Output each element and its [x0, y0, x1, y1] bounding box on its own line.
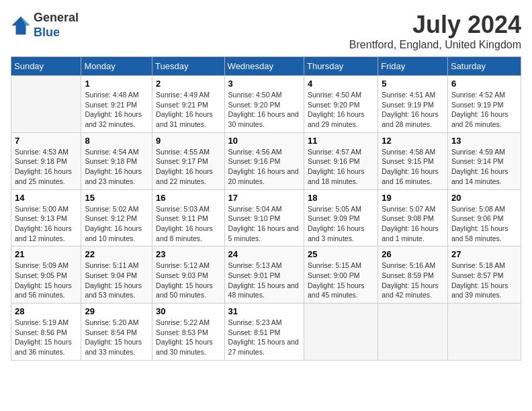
- day-cell: 7Sunrise: 4:53 AMSunset: 9:18 PMDaylight…: [11, 132, 81, 189]
- header-day-tuesday: Tuesday: [152, 57, 224, 76]
- day-info: Sunrise: 4:58 AMSunset: 9:15 PMDaylight:…: [382, 147, 444, 187]
- day-number: 20: [451, 193, 517, 203]
- week-row-1: 1Sunrise: 4:48 AMSunset: 9:21 PMDaylight…: [11, 76, 521, 133]
- logo: General Blue: [11, 11, 79, 40]
- day-cell: 11Sunrise: 4:57 AMSunset: 9:16 PMDayligh…: [304, 132, 378, 189]
- day-number: 24: [228, 249, 300, 259]
- day-info: Sunrise: 5:15 AMSunset: 9:00 PMDaylight:…: [308, 261, 374, 300]
- day-info: Sunrise: 4:54 AMSunset: 9:18 PMDaylight:…: [85, 147, 148, 187]
- day-cell: 3Sunrise: 4:50 AMSunset: 9:20 PMDaylight…: [224, 76, 304, 133]
- day-number: 22: [85, 249, 148, 259]
- calendar-body: 1Sunrise: 4:48 AMSunset: 9:21 PMDaylight…: [11, 76, 521, 361]
- day-info: Sunrise: 5:18 AMSunset: 8:57 PMDaylight:…: [451, 261, 517, 300]
- day-info: Sunrise: 4:49 AMSunset: 9:21 PMDaylight:…: [156, 90, 220, 130]
- day-info: Sunrise: 4:59 AMSunset: 9:14 PMDaylight:…: [451, 147, 517, 187]
- day-info: Sunrise: 5:19 AMSunset: 8:56 PMDaylight:…: [15, 318, 77, 357]
- day-info: Sunrise: 5:03 AMSunset: 9:11 PMDaylight:…: [156, 204, 220, 244]
- week-row-4: 21Sunrise: 5:09 AMSunset: 9:05 PMDayligh…: [11, 246, 521, 304]
- day-info: Sunrise: 5:04 AMSunset: 9:10 PMDaylight:…: [228, 204, 300, 244]
- day-number: 6: [451, 79, 517, 89]
- day-number: 10: [228, 136, 300, 146]
- week-row-5: 28Sunrise: 5:19 AMSunset: 8:56 PMDayligh…: [11, 304, 521, 361]
- day-number: 9: [156, 136, 220, 146]
- header-day-wednesday: Wednesday: [224, 57, 304, 76]
- day-number: 26: [382, 249, 444, 259]
- day-number: 31: [228, 306, 300, 316]
- day-cell: 9Sunrise: 4:55 AMSunset: 9:17 PMDaylight…: [152, 132, 224, 189]
- day-cell: 4Sunrise: 4:50 AMSunset: 9:20 PMDaylight…: [304, 76, 378, 133]
- day-cell: 17Sunrise: 5:04 AMSunset: 9:10 PMDayligh…: [224, 189, 304, 246]
- day-info: Sunrise: 5:09 AMSunset: 9:05 PMDaylight:…: [15, 261, 77, 300]
- day-info: Sunrise: 4:50 AMSunset: 9:20 PMDaylight:…: [308, 90, 374, 130]
- day-info: Sunrise: 5:00 AMSunset: 9:13 PMDaylight:…: [15, 204, 77, 244]
- day-number: 29: [85, 306, 148, 316]
- day-cell: 18Sunrise: 5:05 AMSunset: 9:09 PMDayligh…: [304, 189, 378, 246]
- day-number: 23: [156, 249, 220, 259]
- day-cell: 14Sunrise: 5:00 AMSunset: 9:13 PMDayligh…: [11, 189, 81, 246]
- day-cell: [11, 76, 81, 133]
- day-info: Sunrise: 4:50 AMSunset: 9:20 PMDaylight:…: [228, 90, 300, 130]
- day-cell: 1Sunrise: 4:48 AMSunset: 9:21 PMDaylight…: [81, 76, 152, 133]
- day-cell: 2Sunrise: 4:49 AMSunset: 9:21 PMDaylight…: [152, 76, 224, 133]
- header-day-thursday: Thursday: [304, 57, 378, 76]
- day-number: 3: [228, 79, 300, 89]
- location: Brentford, England, United Kingdom: [349, 39, 521, 51]
- calendar-header: SundayMondayTuesdayWednesdayThursdayFrid…: [11, 57, 521, 76]
- day-number: 21: [15, 249, 77, 259]
- day-number: 2: [156, 79, 220, 89]
- day-info: Sunrise: 5:20 AMSunset: 8:54 PMDaylight:…: [85, 318, 148, 357]
- day-number: 11: [308, 136, 374, 146]
- header-row: SundayMondayTuesdayWednesdayThursdayFrid…: [11, 57, 521, 76]
- day-cell: [447, 304, 521, 361]
- day-cell: 5Sunrise: 4:51 AMSunset: 9:19 PMDaylight…: [378, 76, 448, 133]
- day-cell: 8Sunrise: 4:54 AMSunset: 9:18 PMDaylight…: [81, 132, 152, 189]
- title-section: July 2024 Brentford, England, United Kin…: [349, 11, 521, 51]
- day-number: 14: [15, 193, 77, 203]
- day-info: Sunrise: 5:07 AMSunset: 9:08 PMDaylight:…: [382, 204, 444, 244]
- day-info: Sunrise: 5:22 AMSunset: 8:53 PMDaylight:…: [156, 318, 220, 357]
- day-cell: 26Sunrise: 5:16 AMSunset: 8:59 PMDayligh…: [378, 246, 448, 304]
- day-cell: 31Sunrise: 5:23 AMSunset: 8:51 PMDayligh…: [224, 304, 304, 361]
- day-info: Sunrise: 4:51 AMSunset: 9:19 PMDaylight:…: [382, 90, 444, 130]
- day-cell: 13Sunrise: 4:59 AMSunset: 9:14 PMDayligh…: [447, 132, 521, 189]
- day-cell: 12Sunrise: 4:58 AMSunset: 9:15 PMDayligh…: [378, 132, 448, 189]
- day-cell: [304, 304, 378, 361]
- week-row-2: 7Sunrise: 4:53 AMSunset: 9:18 PMDaylight…: [11, 132, 521, 189]
- day-number: 13: [451, 136, 517, 146]
- day-cell: 20Sunrise: 5:08 AMSunset: 9:06 PMDayligh…: [447, 189, 521, 246]
- day-cell: 29Sunrise: 5:20 AMSunset: 8:54 PMDayligh…: [81, 304, 152, 361]
- day-cell: 23Sunrise: 5:12 AMSunset: 9:03 PMDayligh…: [152, 246, 224, 304]
- day-info: Sunrise: 5:23 AMSunset: 8:51 PMDaylight:…: [228, 318, 300, 357]
- day-cell: 19Sunrise: 5:07 AMSunset: 9:08 PMDayligh…: [378, 189, 448, 246]
- day-cell: 15Sunrise: 5:02 AMSunset: 9:12 PMDayligh…: [81, 189, 152, 246]
- header-day-saturday: Saturday: [447, 57, 521, 76]
- day-number: 28: [15, 306, 77, 316]
- day-number: 15: [85, 193, 148, 203]
- day-number: 8: [85, 136, 148, 146]
- day-cell: 21Sunrise: 5:09 AMSunset: 9:05 PMDayligh…: [11, 246, 81, 304]
- day-info: Sunrise: 5:13 AMSunset: 9:01 PMDaylight:…: [228, 261, 300, 300]
- day-info: Sunrise: 4:52 AMSunset: 9:19 PMDaylight:…: [451, 90, 517, 130]
- day-number: 5: [382, 79, 444, 89]
- logo-text-blue: Blue: [34, 26, 79, 40]
- day-info: Sunrise: 5:12 AMSunset: 9:03 PMDaylight:…: [156, 261, 220, 300]
- day-info: Sunrise: 4:57 AMSunset: 9:16 PMDaylight:…: [308, 147, 374, 187]
- day-number: 27: [451, 249, 517, 259]
- day-info: Sunrise: 5:08 AMSunset: 9:06 PMDaylight:…: [451, 204, 517, 244]
- day-number: 1: [85, 79, 148, 89]
- day-info: Sunrise: 5:11 AMSunset: 9:04 PMDaylight:…: [85, 261, 148, 300]
- day-info: Sunrise: 4:56 AMSunset: 9:16 PMDaylight:…: [228, 147, 300, 187]
- day-number: 19: [382, 193, 444, 203]
- header-day-monday: Monday: [81, 57, 152, 76]
- day-number: 18: [308, 193, 374, 203]
- day-number: 7: [15, 136, 77, 146]
- day-number: 25: [308, 249, 374, 259]
- day-number: 4: [308, 79, 374, 89]
- day-number: 12: [382, 136, 444, 146]
- page-header: General Blue July 2024 Brentford, Englan…: [11, 11, 521, 51]
- day-info: Sunrise: 5:16 AMSunset: 8:59 PMDaylight:…: [382, 261, 444, 300]
- day-number: 17: [228, 193, 300, 203]
- header-day-sunday: Sunday: [11, 57, 81, 76]
- calendar-table: SundayMondayTuesdayWednesdayThursdayFrid…: [11, 56, 521, 361]
- day-cell: 16Sunrise: 5:03 AMSunset: 9:11 PMDayligh…: [152, 189, 224, 246]
